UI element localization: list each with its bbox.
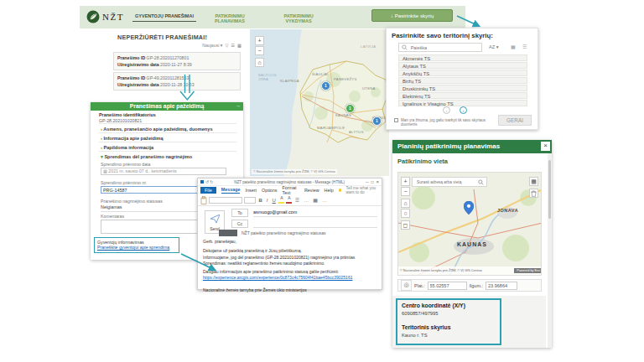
confirm-checkbox[interactable] — [394, 118, 398, 122]
tab-patikrinimu-vykdymas[interactable]: PATIKRINIMŲ VYKDYMAS — [271, 13, 326, 23]
sort-dropdown[interactable]: Naujausi ▾ — [202, 43, 222, 48]
basemap-button[interactable]: ▦ — [529, 177, 538, 186]
department-search-input[interactable] — [409, 44, 479, 51]
body-link[interactable]: https://experience.arcgis.com/experience… — [203, 275, 377, 281]
department-list-item[interactable]: Biržų TS — [398, 77, 527, 84]
territorial-department-label: Teritorinis skyrius — [402, 324, 496, 330]
planning-map-attribution-bar: © Nacionalinė žemės tarnyba prie ŽŪM, © … — [398, 266, 542, 275]
locate-button[interactable]: ○ — [401, 209, 410, 218]
highlight-color-button[interactable]: A — [278, 196, 284, 204]
violation-report-header[interactable]: Pranešimas apie pažeidimą → — [91, 102, 243, 111]
department-list-item[interactable]: Akmenės TS — [398, 54, 527, 61]
to-field[interactable]: asmuogp@gmail.com — [253, 209, 377, 217]
app-logo[interactable]: NŽT — [86, 10, 124, 23]
paste-icon[interactable] — [200, 196, 207, 204]
scrollbar-thumb[interactable] — [548, 160, 551, 219]
close-icon[interactable]: × — [376, 179, 379, 184]
underline-button[interactable]: U — [271, 198, 277, 203]
bullet-list-icon[interactable]: ☰ — [293, 197, 300, 203]
list-view-icon[interactable]: ☰ — [522, 44, 527, 49]
select-department-button[interactable]: ↓ Pasirinkite skyrių — [371, 9, 453, 22]
inform-citizen-link[interactable]: Praneškite gyventojui apie sprendimą — [97, 245, 176, 250]
expand-arrow-icon[interactable]: → — [236, 102, 241, 111]
font-size-select[interactable] — [244, 197, 256, 204]
department-sort-dropdown[interactable]: AZ ▾ — [489, 44, 499, 49]
identifier-value: GP-28.202101020821 — [99, 118, 142, 123]
notification-card[interactable]: Pranešimo ID GP-49.202011281553 Užregist… — [113, 72, 241, 90]
grid-tools-icon[interactable]: ▦ — [312, 197, 319, 203]
bold-button[interactable]: B — [257, 198, 263, 203]
zoom-out-button[interactable]: − — [255, 46, 264, 55]
cc-field[interactable] — [253, 220, 377, 228]
list-view-icon[interactable]: ☰ — [231, 43, 235, 48]
circle-icon: ○ — [403, 210, 407, 216]
font-color-button[interactable]: A — [286, 196, 292, 204]
body-line1: Dėkojame už pateiktą pranešimą ir Jūsų p… — [203, 248, 377, 254]
home-button[interactable]: ⌂ — [255, 58, 264, 67]
delete-button[interactable] — [529, 189, 538, 198]
pager-prev-button[interactable]: ‹ — [443, 106, 450, 114]
maximize-icon[interactable]: □ — [371, 179, 373, 184]
ribbon-tab-review[interactable]: Review — [304, 188, 319, 193]
close-icon[interactable]: × — [541, 142, 550, 151]
panel-scrollbar[interactable] — [548, 153, 552, 348]
zoom-in-button[interactable]: + — [401, 177, 410, 186]
select-department-label: Pasirinkite skyrių — [395, 13, 434, 18]
decision-date-field[interactable]: ▦ 2021 m. sausio 07 d., ketvirtadienis — [101, 168, 226, 175]
planning-map[interactable]: + − ⌂ ○ ◻ ▦ JONAVA KAUNAS © Nacionalinė … — [397, 172, 542, 276]
minimize-icon[interactable]: ─ — [366, 179, 369, 184]
department-list-item[interactable]: Druskininkų TS — [398, 85, 527, 91]
lon-input[interactable] — [486, 282, 517, 290]
zoom-in-button[interactable]: + — [255, 36, 264, 45]
tell-me-label[interactable]: Tell me what you want to do — [346, 186, 382, 194]
map-marker[interactable]: 1 — [321, 81, 330, 90]
department-list-item[interactable]: Anykščių TS — [398, 70, 527, 76]
ribbon-tab-message[interactable]: Message — [221, 187, 241, 194]
ok-button[interactable]: GERAI — [498, 115, 532, 126]
map-label-city: KLAIPĖDA — [280, 79, 299, 83]
notification-card[interactable]: Pranešimo ID GP-28.202011270801 Užregist… — [113, 52, 241, 70]
map-label-city: KAUNAS — [335, 113, 351, 117]
ribbon-tab-options[interactable]: Options — [262, 188, 278, 193]
card-view-icon[interactable]: ▦ — [511, 44, 516, 49]
grid-view-icon[interactable]: ▦ — [237, 43, 242, 48]
undo-icon[interactable]: ↺ — [205, 179, 209, 184]
email-ribbon-tabs: File Message Insert Options Format Text … — [198, 186, 382, 194]
subject-value[interactable]: NŽT pateikto pranešimo nagrinėjimo statu… — [242, 230, 326, 235]
filter-icon[interactable]: ▽ — [225, 43, 228, 48]
map-search-input[interactable] — [415, 179, 476, 185]
department-list-item[interactable]: Elektrėnų TS — [398, 92, 527, 99]
italic-button[interactable]: I — [265, 198, 269, 203]
map-marker[interactable]: 1 — [372, 116, 382, 126]
section-decision[interactable]: ▾ Sprendimas dėl pranešimo nagrinėjimo — [99, 151, 236, 161]
cc-label-box[interactable]: Cc — [231, 220, 248, 228]
location-pin-icon[interactable] — [464, 201, 474, 215]
planning-title: Planinių patikrinimų planavimas — [397, 142, 500, 150]
quick-save-icon[interactable] — [200, 180, 204, 184]
zoom-out-button[interactable]: − — [401, 187, 410, 196]
chevron-icon: › — [101, 127, 102, 132]
ribbon-tab-file[interactable]: File — [200, 187, 216, 194]
card-id-value: GP-49.202011281553 — [147, 75, 190, 80]
main-map[interactable]: + − ⌂ BALTIJOS JŪRA LATVIJA KLAIPĖDA ŠIA… — [250, 29, 389, 176]
cc-label: Cc — [237, 221, 243, 226]
ribbon-tab-help[interactable]: Help — [325, 188, 334, 193]
extent-button[interactable]: ◻ — [401, 220, 410, 230]
lat-input[interactable] — [428, 282, 467, 290]
email-body[interactable]: Gerb. pranešėjau, Dėkojame už pateiktą p… — [203, 239, 377, 293]
tab-gyventoju-pranesimai[interactable]: GYVENTOJŲ PRANEŠIMAI — [132, 13, 196, 22]
overflow-icon[interactable]: … — [303, 198, 310, 203]
pager-next-button[interactable]: › — [460, 106, 467, 114]
map-marker[interactable]: 1 — [345, 104, 355, 113]
lat-label: Plat.: — [414, 283, 425, 288]
to-value: asmuogp@gmail.com — [253, 209, 297, 215]
home-button[interactable]: ⌂ — [401, 199, 410, 208]
down-arrow-icon: ↓ — [391, 13, 393, 18]
department-list-item[interactable]: Alytaus TS — [398, 62, 527, 69]
font-name-select[interactable] — [209, 197, 242, 204]
to-label-box[interactable]: To — [231, 209, 248, 217]
tab-patikrinimu-planavimas[interactable]: PATIKRINIMŲ PLANAVIMAS — [201, 13, 258, 23]
more-tools-icon[interactable]: … — [320, 198, 328, 203]
ribbon-tab-insert[interactable]: Insert — [245, 188, 256, 193]
target-icon[interactable]: ◎ — [401, 280, 412, 291]
